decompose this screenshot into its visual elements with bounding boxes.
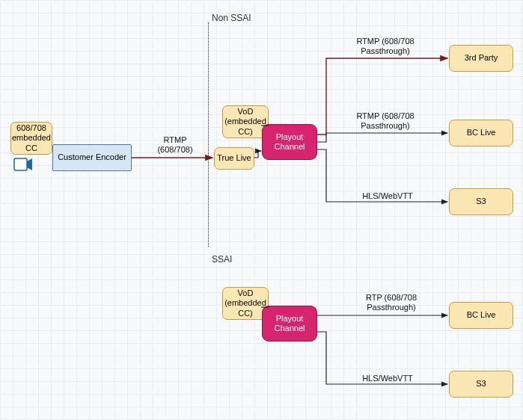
connectors: [0, 0, 523, 420]
cc-badge: 608/708 embedded CC: [10, 122, 52, 155]
edge-label-s3-top: HLS/WebVTT: [346, 191, 429, 201]
edge-label-bc-live-bottom: RTP (608/708 Passthrough): [343, 293, 440, 312]
camera-icon: [13, 158, 33, 172]
customer-encoder: Customer Encoder: [52, 144, 132, 171]
playout-channel-top: Playout Channel: [262, 124, 317, 160]
svg-rect-0: [14, 158, 27, 170]
svg-marker-1: [27, 158, 32, 170]
section-divider: [208, 22, 209, 247]
edge-label-bc-live-top: RTMP (608/708 Passthrough): [337, 111, 434, 131]
s3-top: S3: [449, 188, 513, 215]
section-label-top: Non SSAI: [212, 13, 251, 23]
third-party: 3rd Party: [449, 45, 513, 72]
bc-live-top: BC Live: [449, 120, 513, 146]
s3-bottom: S3: [449, 371, 513, 398]
true-live: True Live: [214, 147, 254, 170]
bc-live-bottom: BC Live: [449, 302, 513, 329]
edge-label-third-party: RTMP (608/708 Passthrough): [337, 37, 434, 56]
section-label-bottom: SSAI: [212, 254, 232, 265]
edge-label-s3-bottom: HLS/WebVTT: [346, 374, 429, 383]
playout-channel-bottom: Playout Channel: [262, 306, 317, 342]
edge-label-encoder-truelive: RTMP (608/708): [149, 135, 201, 155]
